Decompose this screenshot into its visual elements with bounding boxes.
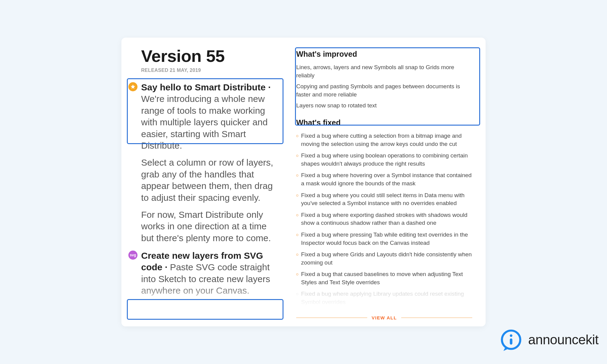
feature-title: Say hello to Smart Distribute · [141,82,271,92]
svg-badge-icon: svg [128,251,137,260]
svg-rect-2 [510,339,512,345]
download-block: Download Sketch Version 55 Requires macO… [141,306,281,320]
list-item: Fixed a bug where using boolean operatio… [296,152,472,168]
list-item: Fixed a bug where cutting a selection fr… [296,132,472,148]
release-date: RELEASED 21 MAY, 2019 [141,68,281,73]
list-item: Fixed a bug that caused baselines to mov… [296,270,472,286]
list-item: Fixed a bug where you could still select… [296,191,472,207]
divider-line [401,318,472,318]
feature-paragraph: For now, Smart Distribute only works in … [141,209,281,244]
feature-svg-layers: svg Create new layers from SVG code · Pa… [141,250,281,297]
divider-line [296,318,367,318]
list-item: Fixed a bug where exporting dashed strok… [296,211,472,227]
fixed-list: Fixed a bug where cutting a selection fr… [296,132,472,326]
download-requirement: Requires macOS High Sierra (10.13.4) or … [141,315,281,320]
list-item: Layers now snap to rotated text [296,102,472,110]
list-item: Lines, arrows, layers and new Symbols al… [296,63,472,79]
announcekit-icon [498,327,524,352]
list-item: Fixed a bug where applying Library updat… [296,290,472,306]
brand-name: announcekit [528,332,599,347]
fixed-heading: What's fixed [296,118,472,127]
list-item: Fixed a bug where hovering over a Symbol… [296,171,472,187]
right-column: What's improved Lines, arrows, layers an… [296,50,472,326]
view-all-button[interactable]: VIEW ALL [371,315,397,320]
improved-heading: What's improved [296,50,472,59]
feature-smart-distribute: Say hello to Smart Distribute · We're in… [141,82,281,244]
star-icon [128,82,137,91]
list-item: Copying and pasting Symbols and pages be… [296,83,472,99]
svg-point-1 [510,334,512,337]
release-notes-card: Version 55 RELEASED 21 MAY, 2019 Say hel… [121,38,486,326]
improved-list: Lines, arrows, layers and new Symbols al… [296,63,472,110]
brand-logo: announcekit [498,327,599,352]
feature-body: We're introducing a whole new range of t… [141,94,268,150]
download-link[interactable]: Download Sketch Version 55 [141,306,281,313]
version-title: Version 55 [141,46,281,66]
view-all-bar: VIEW ALL [296,315,472,320]
list-item: Fixed a bug where pressing Tab while edi… [296,231,472,247]
left-column: Version 55 RELEASED 21 MAY, 2019 Say hel… [141,46,281,320]
feature-paragraph: Select a column or row of layers, grab a… [141,157,281,204]
list-item: Fixed a bug where Grids and Layouts didn… [296,251,472,267]
